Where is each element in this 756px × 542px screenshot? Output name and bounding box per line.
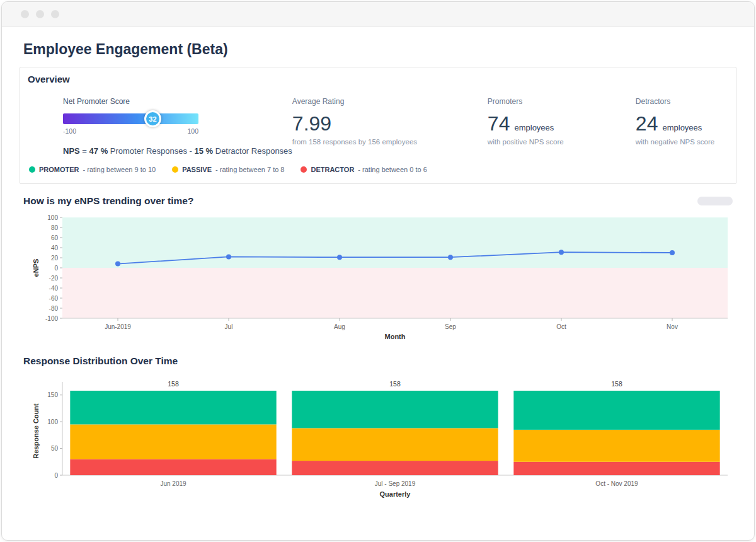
svg-text:Quarterly: Quarterly: [380, 490, 411, 498]
svg-text:Jun 2019: Jun 2019: [160, 480, 186, 487]
svg-text:158: 158: [168, 380, 179, 388]
promoters-stat: Promoters 74 employees with positive NPS…: [488, 97, 636, 156]
window-control-icon[interactable]: [51, 10, 59, 18]
promoters-value-row: 74 employees: [488, 113, 636, 134]
nps-gradient-bar: 32: [63, 113, 198, 124]
svg-text:50: 50: [51, 445, 59, 452]
svg-text:150: 150: [47, 391, 58, 398]
average-rating-value: 7.99: [292, 113, 488, 134]
nps-label: Net Promoter Score: [63, 97, 292, 106]
svg-text:-20: -20: [49, 275, 59, 282]
svg-text:80: 80: [51, 224, 59, 231]
svg-text:100: 100: [47, 418, 58, 425]
legend-item-passive: PASSIVE - rating between 7 to 8: [172, 166, 284, 173]
svg-text:20: 20: [51, 255, 59, 262]
average-rating-label: Average Rating: [292, 97, 488, 106]
nps-score-block: Net Promoter Score 32 -100 100 NPS = 47 …: [63, 97, 292, 156]
average-rating-sub: from 158 responses by 156 employees: [292, 138, 488, 146]
detractors-value: 24: [636, 113, 658, 134]
overview-panel: Overview Net Promoter Score 32 -100 100 …: [20, 67, 736, 184]
svg-text:Jul - Sep 2019: Jul - Sep 2019: [375, 480, 416, 487]
trend-period-button[interactable]: [697, 197, 733, 205]
promoters-label: Promoters: [488, 97, 636, 106]
nps-legend: PROMOTER - rating between 9 to 10 PASSIV…: [29, 166, 728, 173]
page-title: Employee Engagement (Beta): [23, 41, 736, 58]
svg-text:158: 158: [611, 380, 622, 388]
svg-text:100: 100: [47, 214, 58, 221]
svg-text:-100: -100: [45, 315, 58, 322]
distribution-section-header: Response Distribution Over Time: [23, 355, 733, 367]
svg-text:Jul: Jul: [225, 323, 233, 330]
enps-trend-line-chart[interactable]: 100806040200-20-40-60-80-100Jun-2019JulA…: [31, 214, 736, 344]
nps-score-badge: 32: [144, 110, 161, 127]
svg-text:Aug: Aug: [334, 323, 345, 330]
legend-item-detractor: DETRACTOR - rating between 0 to 6: [301, 166, 427, 173]
window-titlebar: [2, 2, 754, 27]
nps-formula: NPS = 47 % Promoter Responses - 15 % Det…: [63, 146, 292, 156]
svg-text:Sep: Sep: [445, 323, 456, 330]
detractors-label: Detractors: [636, 97, 728, 106]
promoters-unit: employees: [514, 123, 554, 132]
svg-text:eNPS: eNPS: [32, 259, 40, 277]
legend-item-promoter: PROMOTER - rating between 9 to 10: [29, 166, 156, 173]
svg-text:0: 0: [54, 472, 58, 479]
svg-text:Month: Month: [385, 333, 406, 340]
svg-text:60: 60: [51, 234, 59, 241]
nps-scale-max: 100: [187, 127, 198, 135]
app-window: Employee Engagement (Beta) Overview Net …: [1, 1, 755, 541]
overview-stats-row: Net Promoter Score 32 -100 100 NPS = 47 …: [63, 97, 728, 156]
svg-text:-40: -40: [49, 285, 59, 292]
detractor-dot-icon: [301, 166, 307, 173]
svg-text:40: 40: [51, 245, 59, 251]
nps-score-value: 32: [149, 115, 156, 123]
svg-text:158: 158: [389, 380, 401, 388]
window-control-icon[interactable]: [21, 10, 29, 18]
svg-text:0: 0: [54, 265, 58, 272]
svg-text:Oct - Nov 2019: Oct - Nov 2019: [595, 480, 638, 487]
trend-section-title: How is my eNPS trending over time?: [23, 195, 193, 207]
detractors-stat: Detractors 24 employees with negative NP…: [636, 97, 728, 156]
trend-section-header: How is my eNPS trending over time?: [23, 195, 733, 207]
detractors-value-row: 24 employees: [636, 113, 728, 134]
promoter-dot-icon: [29, 166, 35, 173]
overview-panel-title: Overview: [28, 74, 728, 84]
nps-scale: -100 100: [63, 127, 198, 135]
dashboard-page: Employee Engagement (Beta) Overview Net …: [2, 27, 754, 508]
svg-text:Jun-2019: Jun-2019: [105, 323, 131, 330]
svg-text:Oct: Oct: [556, 323, 566, 330]
svg-text:Nov: Nov: [667, 323, 678, 330]
detractors-sub: with negative NPS score: [636, 138, 728, 146]
nps-scale-min: -100: [63, 127, 76, 135]
average-rating-stat: Average Rating 7.99 from 158 responses b…: [292, 97, 488, 156]
svg-text:Response Count: Response Count: [32, 403, 40, 459]
promoters-sub: with positive NPS score: [488, 138, 636, 146]
svg-text:-60: -60: [49, 295, 59, 302]
promoters-value: 74: [488, 113, 510, 134]
distribution-section-title: Response Distribution Over Time: [23, 355, 178, 367]
window-control-icon[interactable]: [36, 10, 44, 18]
detractors-unit: employees: [662, 123, 702, 132]
response-distribution-bar-chart[interactable]: 050100150158Jun 2019158Jul - Sep 2019158…: [31, 374, 736, 508]
svg-text:-80: -80: [49, 305, 59, 312]
passive-dot-icon: [172, 166, 178, 173]
